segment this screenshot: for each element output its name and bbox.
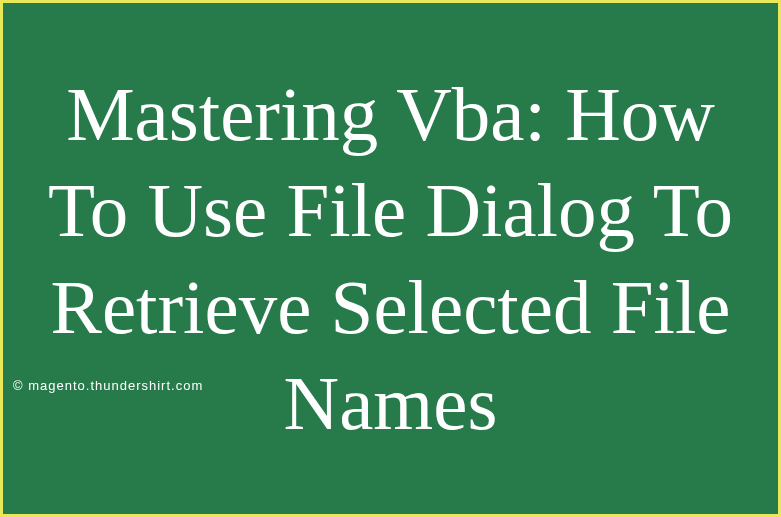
image-card: Mastering Vba: How To Use File Dialog To… [3, 3, 778, 514]
main-title: Mastering Vba: How To Use File Dialog To… [3, 66, 778, 451]
watermark-text: © magento.thundershirt.com [13, 378, 203, 393]
